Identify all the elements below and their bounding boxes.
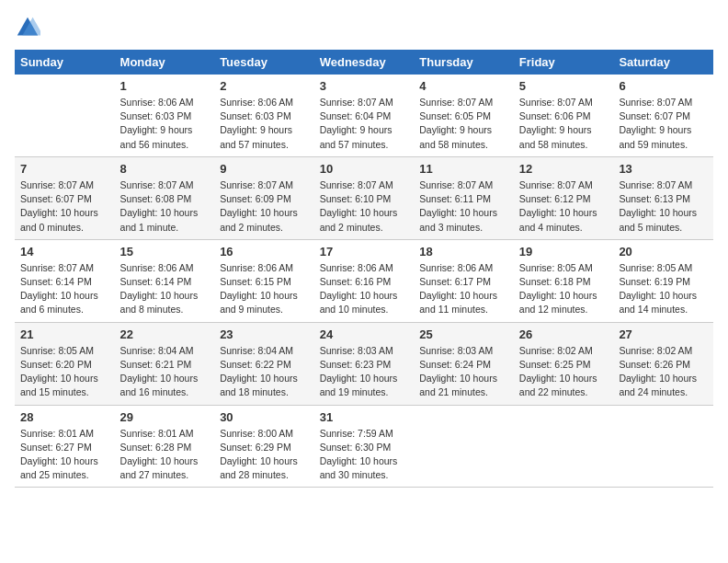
calendar-cell (15, 75, 115, 156)
calendar-table: SundayMondayTuesdayWednesdayThursdayFrid… (15, 50, 713, 488)
day-number: 25 (419, 327, 508, 341)
day-info: Sunrise: 8:06 AMSunset: 6:03 PMDaylight:… (220, 96, 309, 152)
day-info: Sunrise: 8:03 AMSunset: 6:24 PMDaylight:… (419, 344, 508, 400)
calendar-cell: 2Sunrise: 8:06 AMSunset: 6:03 PMDaylight… (214, 75, 314, 156)
calendar-cell: 28Sunrise: 8:01 AMSunset: 6:27 PMDayligh… (15, 405, 115, 488)
header-cell-saturday: Saturday (613, 50, 713, 75)
day-info: Sunrise: 8:02 AMSunset: 6:26 PMDaylight:… (619, 344, 708, 400)
day-number: 31 (320, 410, 409, 424)
day-info: Sunrise: 8:06 AMSunset: 6:15 PMDaylight:… (220, 261, 309, 317)
calendar-cell: 25Sunrise: 8:03 AMSunset: 6:24 PMDayligh… (414, 322, 514, 405)
day-number: 5 (519, 79, 609, 93)
page-header (15, 15, 713, 40)
calendar-cell: 16Sunrise: 8:06 AMSunset: 6:15 PMDayligh… (214, 239, 314, 322)
day-number: 29 (120, 410, 210, 424)
day-info: Sunrise: 7:59 AMSunset: 6:30 PMDaylight:… (320, 427, 409, 483)
calendar-cell (414, 405, 514, 488)
day-info: Sunrise: 8:04 AMSunset: 6:22 PMDaylight:… (220, 344, 309, 400)
day-number: 8 (120, 162, 210, 176)
day-info: Sunrise: 8:07 AMSunset: 6:07 PMDaylight:… (20, 178, 109, 235)
calendar-week-row: 14Sunrise: 8:07 AMSunset: 6:14 PMDayligh… (15, 239, 713, 322)
header-row: SundayMondayTuesdayWednesdayThursdayFrid… (15, 50, 713, 75)
calendar-cell: 9Sunrise: 8:07 AMSunset: 6:09 PMDaylight… (214, 156, 314, 239)
calendar-cell (514, 405, 614, 488)
day-number: 15 (120, 245, 210, 259)
calendar-cell: 12Sunrise: 8:07 AMSunset: 6:12 PMDayligh… (514, 156, 614, 239)
calendar-cell: 5Sunrise: 8:07 AMSunset: 6:06 PMDaylight… (514, 75, 614, 156)
calendar-cell: 18Sunrise: 8:06 AMSunset: 6:17 PMDayligh… (414, 239, 514, 322)
day-info: Sunrise: 8:07 AMSunset: 6:09 PMDaylight:… (220, 178, 309, 235)
day-number: 28 (20, 410, 109, 424)
day-info: Sunrise: 8:01 AMSunset: 6:28 PMDaylight:… (120, 427, 210, 483)
day-number: 11 (419, 162, 508, 176)
day-info: Sunrise: 8:00 AMSunset: 6:29 PMDaylight:… (220, 427, 309, 483)
calendar-cell: 4Sunrise: 8:07 AMSunset: 6:05 PMDaylight… (414, 75, 514, 156)
day-info: Sunrise: 8:07 AMSunset: 6:11 PMDaylight:… (419, 178, 508, 235)
day-info: Sunrise: 8:05 AMSunset: 6:19 PMDaylight:… (619, 261, 708, 317)
day-number: 3 (320, 79, 409, 93)
day-info: Sunrise: 8:07 AMSunset: 6:14 PMDaylight:… (20, 261, 109, 317)
day-info: Sunrise: 8:04 AMSunset: 6:21 PMDaylight:… (120, 344, 210, 400)
calendar-cell: 7Sunrise: 8:07 AMSunset: 6:07 PMDaylight… (15, 156, 115, 239)
logo (15, 15, 44, 40)
calendar-cell: 26Sunrise: 8:02 AMSunset: 6:25 PMDayligh… (514, 322, 614, 405)
day-info: Sunrise: 8:06 AMSunset: 6:16 PMDaylight:… (320, 261, 409, 317)
day-number: 7 (20, 162, 109, 176)
calendar-cell: 29Sunrise: 8:01 AMSunset: 6:28 PMDayligh… (115, 405, 215, 488)
calendar-cell: 17Sunrise: 8:06 AMSunset: 6:16 PMDayligh… (314, 239, 415, 322)
day-number: 13 (619, 162, 708, 176)
calendar-cell: 30Sunrise: 8:00 AMSunset: 6:29 PMDayligh… (214, 405, 314, 488)
calendar-cell: 13Sunrise: 8:07 AMSunset: 6:13 PMDayligh… (613, 156, 713, 239)
header-cell-tuesday: Tuesday (214, 50, 314, 75)
calendar-cell: 22Sunrise: 8:04 AMSunset: 6:21 PMDayligh… (115, 322, 215, 405)
header-cell-monday: Monday (115, 50, 215, 75)
day-info: Sunrise: 8:05 AMSunset: 6:20 PMDaylight:… (20, 344, 109, 400)
calendar-cell: 23Sunrise: 8:04 AMSunset: 6:22 PMDayligh… (214, 322, 314, 405)
day-info: Sunrise: 8:05 AMSunset: 6:18 PMDaylight:… (519, 261, 609, 317)
day-number: 30 (220, 410, 309, 424)
day-info: Sunrise: 8:07 AMSunset: 6:10 PMDaylight:… (320, 178, 409, 235)
day-info: Sunrise: 8:06 AMSunset: 6:03 PMDaylight:… (120, 96, 210, 152)
header-cell-wednesday: Wednesday (314, 50, 415, 75)
day-info: Sunrise: 8:06 AMSunset: 6:17 PMDaylight:… (419, 261, 508, 317)
day-number: 1 (120, 79, 210, 93)
calendar-cell: 14Sunrise: 8:07 AMSunset: 6:14 PMDayligh… (15, 239, 115, 322)
calendar-cell: 11Sunrise: 8:07 AMSunset: 6:11 PMDayligh… (414, 156, 514, 239)
header-cell-sunday: Sunday (15, 50, 115, 75)
calendar-cell: 31Sunrise: 7:59 AMSunset: 6:30 PMDayligh… (314, 405, 415, 488)
calendar-cell: 3Sunrise: 8:07 AMSunset: 6:04 PMDaylight… (314, 75, 415, 156)
day-number: 9 (220, 162, 309, 176)
day-info: Sunrise: 8:03 AMSunset: 6:23 PMDaylight:… (320, 344, 409, 400)
calendar-cell: 15Sunrise: 8:06 AMSunset: 6:14 PMDayligh… (115, 239, 215, 322)
day-info: Sunrise: 8:02 AMSunset: 6:25 PMDaylight:… (519, 344, 609, 400)
calendar-week-row: 21Sunrise: 8:05 AMSunset: 6:20 PMDayligh… (15, 322, 713, 405)
day-info: Sunrise: 8:07 AMSunset: 6:13 PMDaylight:… (619, 178, 708, 235)
day-number: 27 (619, 327, 708, 341)
day-number: 14 (20, 245, 109, 259)
header-cell-friday: Friday (514, 50, 614, 75)
calendar-cell: 27Sunrise: 8:02 AMSunset: 6:26 PMDayligh… (613, 322, 713, 405)
day-info: Sunrise: 8:06 AMSunset: 6:14 PMDaylight:… (120, 261, 210, 317)
day-number: 21 (20, 327, 109, 341)
day-number: 12 (519, 162, 609, 176)
day-number: 26 (519, 327, 609, 341)
calendar-cell: 21Sunrise: 8:05 AMSunset: 6:20 PMDayligh… (15, 322, 115, 405)
calendar-cell: 6Sunrise: 8:07 AMSunset: 6:07 PMDaylight… (613, 75, 713, 156)
day-number: 19 (519, 245, 609, 259)
header-cell-thursday: Thursday (414, 50, 514, 75)
calendar-cell: 1Sunrise: 8:06 AMSunset: 6:03 PMDaylight… (115, 75, 215, 156)
day-info: Sunrise: 8:07 AMSunset: 6:04 PMDaylight:… (320, 96, 409, 152)
day-info: Sunrise: 8:07 AMSunset: 6:05 PMDaylight:… (419, 96, 508, 152)
day-number: 20 (619, 245, 708, 259)
day-info: Sunrise: 8:07 AMSunset: 6:07 PMDaylight:… (619, 96, 708, 152)
calendar-week-row: 1Sunrise: 8:06 AMSunset: 6:03 PMDaylight… (15, 75, 713, 156)
day-info: Sunrise: 8:07 AMSunset: 6:08 PMDaylight:… (120, 178, 210, 235)
day-number: 18 (419, 245, 508, 259)
day-number: 17 (320, 245, 409, 259)
day-number: 23 (220, 327, 309, 341)
day-info: Sunrise: 8:07 AMSunset: 6:06 PMDaylight:… (519, 96, 609, 152)
calendar-cell: 10Sunrise: 8:07 AMSunset: 6:10 PMDayligh… (314, 156, 415, 239)
calendar-week-row: 28Sunrise: 8:01 AMSunset: 6:27 PMDayligh… (15, 405, 713, 488)
calendar-cell: 20Sunrise: 8:05 AMSunset: 6:19 PMDayligh… (613, 239, 713, 322)
calendar-week-row: 7Sunrise: 8:07 AMSunset: 6:07 PMDaylight… (15, 156, 713, 239)
